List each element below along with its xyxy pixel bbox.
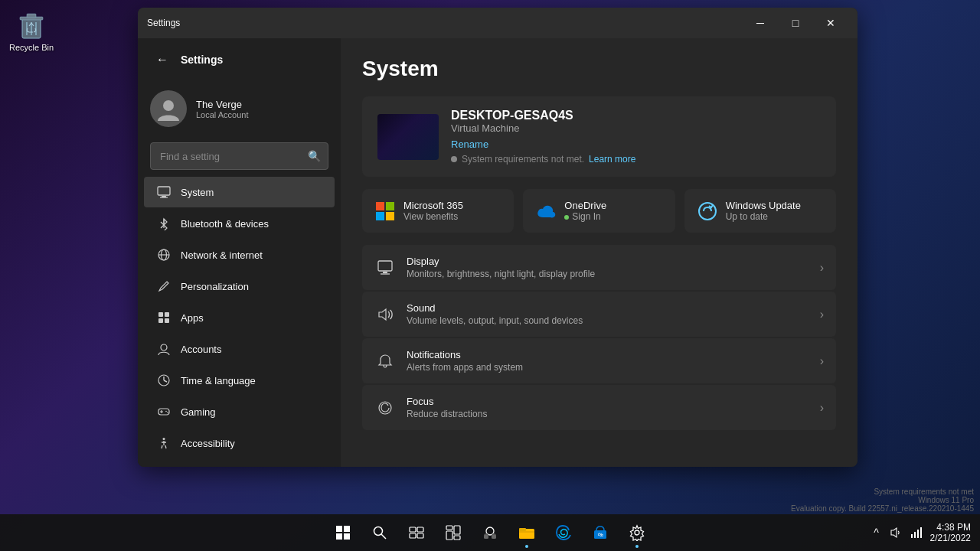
settings-item-focus[interactable]: Focus Reduce distractions › — [362, 385, 836, 430]
svg-rect-57 — [484, 535, 488, 539]
svg-line-23 — [164, 380, 167, 382]
sidebar-item-label-accounts: Accounts — [181, 344, 221, 355]
accounts-icon — [156, 341, 172, 357]
settings-item-sound[interactable]: Sound Volume levels, output, input, soun… — [362, 292, 836, 337]
desktop: Recycle Bin Settings ─ □ ✕ ← Settings — [0, 0, 980, 551]
edge-button[interactable] — [547, 516, 580, 549]
tray-expand-icon[interactable]: ^ — [867, 523, 886, 542]
search-input[interactable] — [150, 142, 328, 170]
svg-point-20 — [161, 344, 167, 350]
focus-arrow-icon: › — [820, 401, 824, 415]
svg-rect-42 — [336, 533, 342, 540]
settings-item-title-focus: Focus — [407, 396, 809, 407]
status-line2: Windows 11 Pro — [791, 496, 974, 504]
sidebar-item-gaming[interactable]: Gaming — [144, 396, 335, 427]
recycle-bin-label: Recycle Bin — [9, 43, 54, 52]
system-icon — [156, 184, 172, 200]
service-card-onedrive[interactable]: OneDrive Sign In — [523, 189, 675, 233]
svg-line-12 — [161, 225, 164, 228]
sidebar-item-label-accessibility: Accessibility — [181, 438, 235, 449]
sidebar-item-apps[interactable]: Apps — [144, 302, 335, 333]
tray-speaker-icon[interactable] — [887, 523, 906, 542]
sidebar-item-bluetooth[interactable]: Bluetooth & devices — [144, 208, 335, 239]
svg-rect-58 — [492, 535, 496, 539]
sidebar: ← Settings The Verge Local Account — [138, 38, 341, 467]
notifications-arrow-icon: › — [820, 354, 824, 368]
user-profile[interactable]: The Verge Local Account — [138, 81, 341, 136]
start-button[interactable] — [326, 516, 360, 549]
sound-arrow-icon: › — [820, 308, 824, 321]
service-status-windows-update: Up to date — [726, 211, 801, 222]
user-type: Local Account — [196, 110, 249, 119]
sidebar-header: ← Settings — [138, 38, 341, 81]
display-icon — [374, 257, 396, 279]
tray-network-icon[interactable] — [907, 523, 926, 542]
onedrive-icon — [535, 201, 557, 222]
sidebar-item-label-gaming: Gaming — [181, 406, 216, 418]
notifications-icon — [374, 350, 396, 372]
settings-item-display[interactable]: Display Monitors, brightness, night ligh… — [362, 245, 836, 290]
close-button[interactable]: ✕ — [813, 11, 848, 34]
rename-link[interactable]: Rename — [451, 139, 488, 150]
svg-rect-52 — [454, 526, 460, 534]
store-button[interactable]: 🛍 — [583, 516, 617, 549]
settings-item-desc-display: Monitors, brightness, night light, displ… — [407, 269, 809, 279]
status-bar: System requirements not met Windows 11 P… — [785, 486, 980, 514]
settings-item-text-sound: Sound Volume levels, output, input, soun… — [407, 302, 809, 326]
svg-rect-43 — [344, 533, 350, 540]
display-arrow-icon: › — [820, 261, 824, 275]
taskview-button[interactable] — [400, 516, 433, 549]
taskbar: 🛍 ^ 4:38 PM 2/21/2022 — [0, 514, 980, 551]
warning-text: System requirements not met. — [462, 154, 584, 165]
svg-line-45 — [381, 534, 386, 539]
microsoft365-icon — [374, 201, 396, 222]
sidebar-item-accounts[interactable]: Accounts — [144, 334, 335, 364]
svg-rect-50 — [446, 526, 452, 530]
back-button[interactable]: ← — [150, 47, 175, 72]
service-info-microsoft365: Microsoft 365 View benefits — [403, 200, 463, 222]
sidebar-item-network[interactable]: Network & internet — [144, 240, 335, 270]
svg-rect-32 — [376, 212, 384, 220]
service-card-microsoft365[interactable]: Microsoft 365 View benefits — [362, 189, 514, 233]
search-container: 🔍 — [138, 136, 341, 176]
apps-icon — [156, 310, 172, 325]
settings-list: Display Monitors, brightness, night ligh… — [362, 245, 836, 430]
svg-rect-68 — [917, 530, 919, 538]
svg-line-11 — [161, 222, 164, 225]
maximize-button[interactable]: □ — [778, 11, 813, 34]
settings-item-notifications[interactable]: Notifications Alerts from apps and syste… — [362, 338, 836, 383]
tray-date: 2/21/2022 — [930, 533, 971, 543]
svg-rect-69 — [920, 527, 922, 538]
sidebar-item-accessibility[interactable]: Accessibility — [144, 428, 335, 458]
tray-clock[interactable]: 4:38 PM 2/21/2022 — [930, 522, 971, 543]
service-card-windows-update[interactable]: Windows Update Up to date — [684, 189, 836, 233]
sidebar-item-system[interactable]: System — [144, 177, 335, 207]
taskbar-settings-button[interactable] — [620, 516, 654, 549]
sidebar-item-time[interactable]: Time & language — [144, 365, 335, 396]
learn-more-link[interactable]: Learn more — [589, 154, 635, 165]
service-info-windows-update: Windows Update Up to date — [726, 200, 801, 222]
file-explorer-button[interactable] — [510, 516, 544, 549]
chat-button[interactable] — [473, 516, 507, 549]
sidebar-item-label-time: Time & language — [181, 375, 256, 386]
svg-rect-31 — [386, 202, 394, 210]
widgets-button[interactable] — [436, 516, 470, 549]
search-icon: 🔍 — [308, 150, 321, 162]
personalization-icon — [156, 279, 172, 294]
window-body: ← Settings The Verge Local Account — [138, 38, 858, 467]
page-title: System — [362, 57, 836, 81]
sidebar-item-personalization[interactable]: Personalization — [144, 271, 335, 302]
svg-rect-67 — [914, 532, 916, 538]
sidebar-item-label-network: Network & internet — [181, 249, 263, 261]
sidebar-item-label-system: System — [181, 187, 214, 198]
recycle-bin-icon[interactable]: Recycle Bin — [6, 6, 57, 55]
svg-point-34 — [699, 203, 716, 220]
svg-rect-40 — [336, 526, 342, 532]
svg-rect-30 — [376, 202, 384, 210]
taskbar-search-button[interactable] — [363, 516, 397, 549]
tray-icons: ^ — [867, 523, 926, 542]
svg-rect-7 — [158, 187, 170, 195]
main-content: System DESKTOP-GESAQ4S Virtual Machine R… — [341, 38, 858, 467]
minimize-button[interactable]: ─ — [743, 11, 778, 34]
svg-rect-19 — [165, 318, 169, 323]
